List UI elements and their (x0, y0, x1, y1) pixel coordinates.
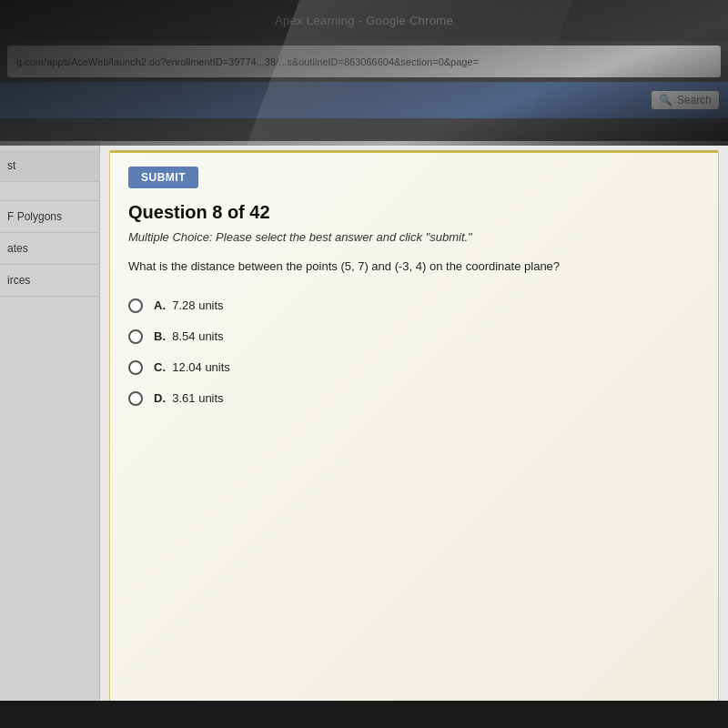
option-b-label: B. 8.54 units (154, 329, 224, 343)
answer-option-d[interactable]: D. 3.61 units (128, 391, 700, 406)
browser-url-bar[interactable]: g.com/apps/AceWeb/launch2.do?enrollmentI… (7, 46, 721, 77)
browser-nav-area: 🔍 Search (0, 82, 728, 118)
option-d-letter: D. (154, 391, 166, 405)
browser-title-bar: Apex Learning - Google Chrome (0, 0, 728, 41)
radio-b[interactable] (128, 329, 143, 344)
sidebar-item-ates[interactable]: ates (0, 233, 99, 265)
answer-option-a[interactable]: A. 7.28 units (128, 298, 700, 313)
sidebar: st F Polygons ates irces (0, 141, 100, 728)
option-b-letter: B. (154, 329, 166, 343)
submit-button[interactable]: SUBMIT (128, 167, 198, 188)
question-title: Question 8 of 42 (128, 202, 700, 223)
answer-option-b[interactable]: B. 8.54 units (128, 329, 700, 344)
option-a-letter: A. (154, 298, 166, 312)
browser-url-text: g.com/apps/AceWeb/launch2.do?enrollmentI… (16, 56, 479, 67)
search-label: Search (677, 94, 712, 106)
sidebar-item-st[interactable]: st (0, 150, 99, 182)
radio-c[interactable] (128, 360, 143, 375)
sidebar-item-blank[interactable] (0, 182, 99, 201)
question-text: What is the distance between the points … (128, 258, 700, 276)
browser-title: Apex Learning - Google Chrome (275, 14, 453, 27)
radio-d[interactable] (128, 391, 143, 406)
option-c-label: C. 12.04 units (154, 360, 230, 374)
answer-option-c[interactable]: C. 12.04 units (128, 360, 700, 375)
answer-options: A. 7.28 units B. 8.54 units C. 12.04 uni… (128, 298, 700, 406)
search-icon: 🔍 (659, 94, 672, 106)
bottom-bar (0, 701, 728, 728)
sidebar-item-irces[interactable]: irces (0, 265, 99, 297)
question-panel: SUBMIT Question 8 of 42 Multiple Choice:… (109, 150, 719, 719)
radio-a[interactable] (128, 298, 143, 313)
question-instruction: Multiple Choice: Please select the best … (128, 230, 700, 244)
main-content: st F Polygons ates irces SUBMIT Question… (0, 141, 728, 728)
option-d-label: D. 3.61 units (154, 391, 224, 405)
sidebar-item-polygons[interactable]: F Polygons (0, 201, 99, 233)
option-a-label: A. 7.28 units (154, 298, 224, 312)
option-c-letter: C. (154, 360, 166, 374)
browser-chrome: Apex Learning - Google Chrome g.com/apps… (0, 0, 728, 141)
search-box[interactable]: 🔍 Search (652, 91, 719, 109)
